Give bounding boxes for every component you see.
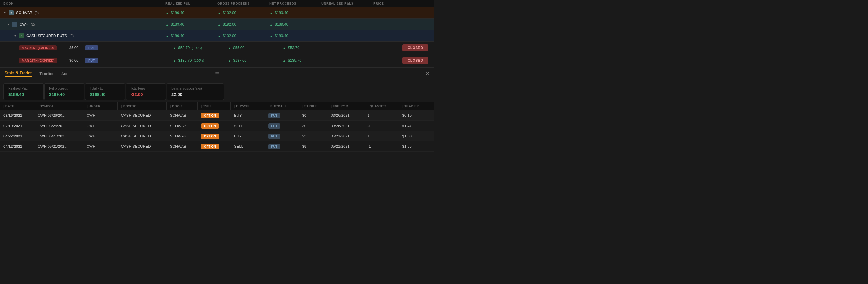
td-date-1: 02/10/2021: [0, 121, 34, 131]
td-date-2: 04/22/2021: [0, 131, 34, 141]
td-position-1: CASH SECURED: [118, 121, 166, 131]
schwab-chevron[interactable]: ▼: [3, 11, 6, 14]
tab-audit[interactable]: Audit: [61, 71, 71, 76]
tab-stats-trades[interactable]: Stats & Trades: [5, 71, 32, 77]
schwab-name-cell: ▼ ■ SCHWAB (2): [0, 10, 161, 15]
stat-realized-pl-label: Realized P&L: [8, 86, 39, 90]
close-button[interactable]: ✕: [425, 71, 429, 77]
stat-total-pl-label: Total P&L: [90, 86, 120, 90]
csp-gross: ▲ $192.00: [213, 34, 265, 38]
td-expiry-0: 03/26/2021: [328, 110, 364, 121]
schwab-realized-pl: ▲ $189.40: [161, 11, 213, 15]
stat-card-total-fees: Total Fees -$2.60: [126, 83, 166, 100]
pos2-type: PUT: [84, 58, 104, 63]
pos1-realized-pl: ▲ $53.70 (100%): [168, 46, 223, 50]
td-buysell-3: SELL: [230, 141, 265, 152]
stat-days-label: Days in position (avg): [172, 86, 219, 90]
stat-total-pl-value: $189.40: [90, 92, 120, 97]
csp-count: (2): [69, 34, 73, 38]
csp-realized-pl: ▲ $189.40: [161, 34, 213, 38]
td-date-0: 03/16/2021: [0, 110, 34, 121]
col-net: NET PROCEEDS: [265, 2, 316, 5]
td-expiry-1: 03/26/2021: [328, 121, 364, 131]
schwab-gross-arrow: ▲: [218, 11, 221, 14]
td-type-2: OPTION: [197, 131, 230, 141]
position-row-1: 0 MAY 21ST (EXPIRED) 35.00 PUT ▲ $53.70 …: [0, 42, 434, 54]
pos1-status: CLOSED: [388, 44, 434, 51]
trade-table: DATE SYMBOL UNDERL... POSITIO... BOOK TY…: [0, 102, 434, 152]
th-book: BOOK: [166, 102, 197, 110]
stat-card-days: Days in position (avg) 22.00: [166, 83, 224, 100]
pos2-expiry: MAR 26TH (EXPIRED): [18, 58, 64, 63]
csp-label: CASH SECURED PUTS: [26, 34, 67, 38]
book-row-schwab: ▼ ■ SCHWAB (2) ▲ $189.40 ▲ $192.00 ▲ $18…: [0, 7, 434, 19]
pos2-status: CLOSED: [388, 57, 434, 64]
th-underlying: UNDERL...: [83, 102, 118, 110]
stat-net-proceeds-value: $189.40: [49, 92, 80, 97]
table-row: 02/10/2021 CWH 03/26/20... CWH CASH SECU…: [0, 121, 434, 131]
td-putcall-0: PUT: [265, 110, 299, 121]
option-badge-3: OPTION: [201, 144, 219, 149]
th-date: DATE: [0, 102, 34, 110]
col-gross: GROSS PROCEEDS: [213, 2, 265, 5]
td-book-0: SCHWAB: [166, 110, 197, 121]
cwh-net: ▲ $189.40: [265, 22, 317, 26]
td-price-2: $1.00: [399, 131, 434, 141]
col-unrealized: UNREALIZED P&L$: [317, 2, 369, 5]
pos2-strike: 30.00: [64, 58, 84, 63]
td-putcall-1: PUT: [265, 121, 299, 131]
pos1-type: PUT: [84, 46, 104, 50]
td-putcall-2: PUT: [265, 131, 299, 141]
td-buysell-1: SELL: [230, 121, 265, 131]
panel-header: Stats & Trades Timeline Audit ☰ ✕: [0, 68, 434, 80]
cwh-chevron[interactable]: ▼: [7, 23, 10, 26]
th-symbol: SYMBOL: [34, 102, 83, 110]
pos2-gross: ▲ $137.00: [223, 58, 278, 63]
cwh-icon: │━: [12, 22, 17, 27]
td-strike-1: 30: [299, 121, 328, 131]
td-expiry-2: 05/21/2021: [328, 131, 364, 141]
th-expiry: EXPIRY D...: [328, 102, 364, 110]
drag-handle[interactable]: ☰: [215, 71, 219, 77]
schwab-icon: ■: [9, 10, 14, 15]
td-price-1: $1.47: [399, 121, 434, 131]
cwh-label: CWH: [20, 22, 28, 26]
td-book-2: SCHWAB: [166, 131, 197, 141]
td-symbol-1: CWH 03/26/20...: [34, 121, 83, 131]
col-price: PRICE: [369, 2, 403, 5]
csp-chevron[interactable]: ▼: [14, 34, 17, 37]
td-qty-2: 1: [364, 131, 399, 141]
td-expiry-3: 05/21/2021: [328, 141, 364, 152]
trade-table-container: DATE SYMBOL UNDERL... POSITIO... BOOK TY…: [0, 102, 434, 152]
stat-card-net-proceeds: Net proceeds $189.40: [44, 83, 85, 100]
schwab-net: ▲ $189.40: [265, 11, 317, 15]
pos2-net: ▲ $135.70: [278, 58, 333, 63]
table-row: 03/16/2021 CWH 03/26/20... CWH CASH SECU…: [0, 110, 434, 121]
td-price-3: $1.55: [399, 141, 434, 152]
tab-timeline[interactable]: Timeline: [39, 71, 54, 76]
td-type-1: OPTION: [197, 121, 230, 131]
td-type-3: OPTION: [197, 141, 230, 152]
option-badge-0: OPTION: [201, 113, 219, 118]
table-row: 04/12/2021 CWH 05/21/202... CWH CASH SEC…: [0, 141, 434, 152]
td-qty-0: 1: [364, 110, 399, 121]
td-underlying-2: CWH: [83, 131, 118, 141]
put-badge-3: PUT: [268, 144, 280, 149]
schwab-label: SCHWAB: [16, 11, 32, 15]
book-row-cwh: ▼ │━ CWH (2) ▲ $189.40 ▲ $192.00 ▲ $189.…: [0, 19, 434, 30]
td-symbol-2: CWH 05/21/202...: [34, 131, 83, 141]
trade-table-header-row: DATE SYMBOL UNDERL... POSITIO... BOOK TY…: [0, 102, 434, 110]
schwab-up-arrow: ▲: [166, 11, 168, 14]
cwh-gross: ▲ $192.00: [213, 22, 265, 26]
pos1-net: ▲ $53.70: [278, 46, 333, 50]
stat-days-value: 22.00: [172, 92, 219, 97]
td-qty-3: -1: [364, 141, 399, 152]
pos1-strike: 35.00: [64, 46, 84, 50]
pos1-expiry: MAY 21ST (EXPIRED): [18, 46, 64, 50]
td-symbol-0: CWH 03/26/20...: [34, 110, 83, 121]
position-row-2: 0 MAR 26TH (EXPIRED) 30.00 PUT ▲ $135.70…: [0, 54, 434, 67]
th-position: POSITIO...: [118, 102, 166, 110]
td-book-1: SCHWAB: [166, 121, 197, 131]
td-underlying-1: CWH: [83, 121, 118, 131]
option-badge-2: OPTION: [201, 134, 219, 139]
